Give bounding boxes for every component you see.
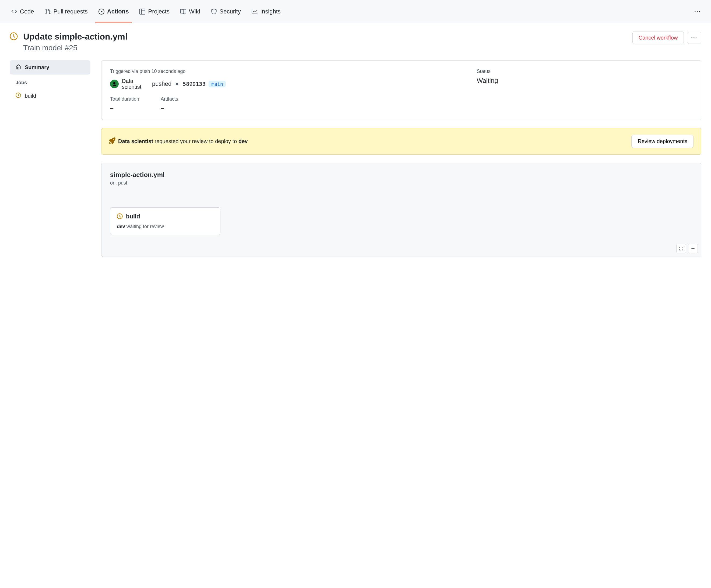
code-icon — [11, 8, 17, 15]
sidebar-summary[interactable]: Summary — [10, 60, 90, 74]
table-icon — [139, 8, 145, 15]
summary-card: Triggered via push 10 seconds ago Data s… — [101, 60, 701, 120]
workflow-graph-card: simple-action.yml on: push build dev wai… — [101, 163, 701, 257]
review-env: dev — [238, 138, 247, 144]
sidebar-job-build[interactable]: build — [10, 89, 90, 103]
artifacts-label: Artifacts — [161, 96, 178, 102]
action-word: pushed — [152, 81, 171, 87]
nav-insights[interactable]: Insights — [251, 1, 282, 23]
book-icon — [180, 8, 186, 15]
run-title: Update simple-action.yml — [23, 31, 128, 42]
job-status-text: dev waiting for review — [117, 224, 214, 229]
nav-label: Code — [20, 8, 34, 15]
nav-projects[interactable]: Projects — [138, 1, 170, 23]
nav-code[interactable]: Code — [10, 1, 35, 23]
graph-icon — [252, 8, 258, 15]
review-actor: Data scientist — [118, 138, 153, 144]
sidebar-jobs-heading: Jobs — [10, 74, 90, 89]
nav-label: Wiki — [189, 8, 200, 15]
waiting-icon — [16, 93, 21, 99]
job-name: build — [126, 213, 140, 220]
nav-label: Actions — [107, 8, 129, 15]
actor-row: Data scientist pushed 5899133 main — [110, 78, 460, 90]
duration-label: Total duration — [110, 96, 139, 102]
repo-nav: Code Pull requests Actions Projects Wiki… — [0, 0, 711, 23]
job-node-build[interactable]: build dev waiting for review — [110, 207, 220, 235]
nav-label: Projects — [148, 8, 169, 15]
review-deployments-button[interactable]: Review deployments — [631, 135, 693, 148]
branch-pill[interactable]: main — [209, 81, 225, 87]
home-icon — [16, 64, 21, 71]
play-icon — [99, 8, 104, 15]
commit-sha[interactable]: 5899133 — [183, 81, 205, 87]
waiting-icon — [10, 32, 18, 41]
zoom-in-button[interactable] — [688, 244, 698, 253]
cancel-workflow-button[interactable]: Cancel workflow — [632, 31, 684, 44]
sidebar: Summary Jobs build — [10, 60, 90, 257]
review-message: requested your review to deploy to — [153, 138, 238, 144]
nav-label: Insights — [260, 8, 281, 15]
svg-point-2 — [113, 82, 115, 84]
actor-name[interactable]: Data scientist — [122, 78, 149, 90]
run-header: Update simple-action.yml Train model #25… — [10, 31, 701, 52]
nav-label: Security — [220, 8, 241, 15]
waiting-icon — [117, 213, 123, 220]
run-more-button[interactable]: ··· — [687, 32, 701, 44]
sidebar-summary-label: Summary — [25, 64, 49, 70]
fullscreen-button[interactable] — [676, 244, 686, 253]
sidebar-job-label: build — [25, 93, 36, 99]
workflow-trigger: on: push — [110, 180, 692, 186]
avatar[interactable] — [110, 80, 119, 88]
nav-more-button[interactable]: ··· — [694, 8, 701, 15]
nav-security[interactable]: Security — [210, 1, 242, 23]
shield-icon — [211, 8, 217, 15]
nav-label: Pull requests — [53, 8, 88, 15]
status-value: Waiting — [477, 77, 692, 85]
status-label: Status — [477, 69, 692, 74]
nav-pulls[interactable]: Pull requests — [44, 1, 89, 23]
run-subtitle: Train model #25 — [23, 44, 128, 52]
artifacts-value: – — [161, 105, 178, 112]
commit-icon — [175, 82, 179, 86]
pull-request-icon — [45, 8, 51, 15]
nav-actions[interactable]: Actions — [98, 1, 130, 23]
review-banner: Data scientist requested your review to … — [101, 128, 701, 155]
trigger-line: Triggered via push 10 seconds ago — [110, 69, 460, 74]
rocket-icon — [109, 137, 115, 145]
nav-wiki[interactable]: Wiki — [179, 1, 201, 23]
workflow-file-name: simple-action.yml — [110, 171, 692, 179]
duration-value: – — [110, 105, 139, 112]
